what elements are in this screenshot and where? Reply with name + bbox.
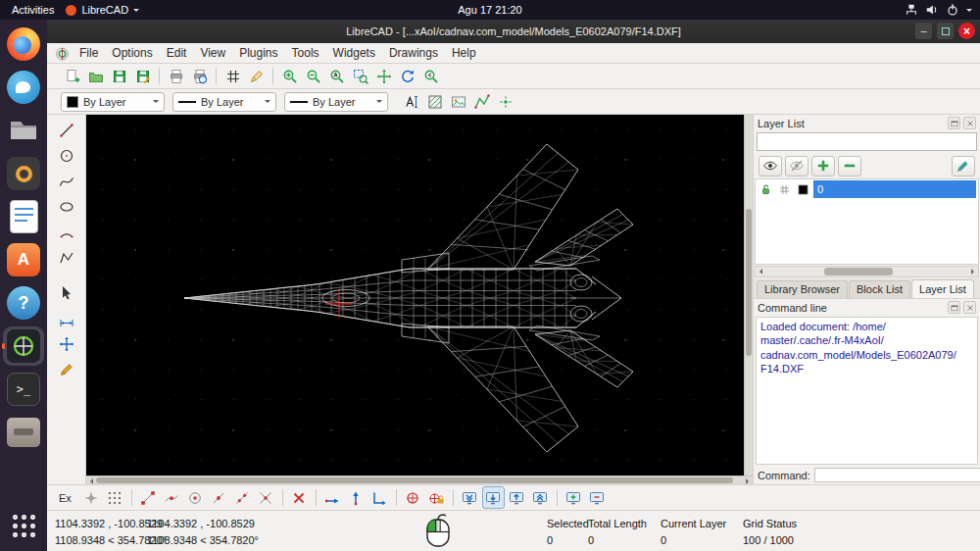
circle-tool-button[interactable] [55, 144, 77, 167]
window-tit​lebar[interactable]: LibreCAD - [...xAoI/cadnav.com_model/Mod… [47, 20, 980, 43]
snap-endpoint-button[interactable] [137, 486, 160, 509]
print-preview-button[interactable] [188, 65, 211, 87]
layer-list-scrollbar[interactable] [755, 266, 979, 277]
remove-layer-button[interactable] [838, 156, 861, 176]
image-tool-button[interactable] [447, 90, 469, 113]
add-layer-button[interactable] [811, 156, 835, 176]
grid-toggle-button[interactable] [221, 65, 244, 87]
tab-library-browser[interactable]: Library Browser [757, 280, 848, 298]
zoom-window-button[interactable] [349, 65, 371, 87]
show-all-layers-button[interactable] [759, 156, 782, 176]
save-as-button[interactable] [131, 65, 154, 87]
snap-grid-button[interactable] [104, 486, 126, 509]
hide-all-layers-button[interactable] [785, 156, 808, 176]
canvas-vertical-scrollbar[interactable] [744, 115, 753, 476]
select-window-button[interactable] [563, 486, 585, 509]
lock-relative-zero-button[interactable] [425, 486, 448, 509]
draw-order-lower-button[interactable] [482, 486, 505, 509]
move-tool-button[interactable] [55, 332, 77, 355]
draw-order-raise-button[interactable] [506, 486, 528, 509]
draft-mode-button[interactable] [245, 65, 268, 87]
minimize-button[interactable]: – [915, 23, 932, 39]
spline-tool-button[interactable] [55, 170, 77, 192]
scroll-right-arrow-icon[interactable] [746, 478, 752, 484]
draw-order-bottom-button[interactable] [459, 486, 481, 509]
files-dock-icon[interactable] [3, 111, 44, 150]
zoom-redraw-button[interactable] [396, 65, 418, 87]
zoom-previous-button[interactable] [419, 65, 442, 87]
restrict-horizontal-button[interactable] [321, 486, 344, 509]
pen-width-dropdown[interactable]: By Layer [172, 92, 276, 112]
zoom-pan-button[interactable] [372, 65, 395, 87]
menu-edit[interactable]: Edit [160, 44, 194, 62]
snap-middle-button[interactable] [208, 486, 230, 509]
focused-app-menu[interactable]: LibreCAD [66, 4, 139, 16]
tab-layer-list[interactable]: Layer List [911, 279, 974, 298]
command-input[interactable] [814, 468, 980, 482]
snap-distance-button[interactable] [231, 486, 254, 509]
command-line-close-button[interactable] [963, 301, 976, 314]
save-button[interactable] [108, 65, 130, 87]
scroll-left-arrow-icon[interactable] [757, 269, 762, 275]
horizontal-scroll-thumb[interactable] [96, 477, 733, 483]
pen-tool-button[interactable] [55, 358, 77, 380]
text-tool-button[interactable] [400, 90, 422, 113]
relative-zero-button[interactable] [402, 486, 424, 509]
select-tool-button[interactable] [55, 281, 77, 304]
archive-manager-dock-icon[interactable] [3, 413, 44, 452]
deselect-window-button[interactable] [586, 486, 609, 509]
draw-order-top-button[interactable] [529, 486, 552, 509]
folder-open-button[interactable] [84, 65, 107, 87]
menu-widgets[interactable]: Widgets [326, 44, 382, 62]
media-player-dock-icon[interactable] [3, 154, 44, 193]
librecad-dock-icon[interactable] [3, 326, 44, 366]
print-button[interactable] [165, 65, 187, 87]
snap-clear-button[interactable] [288, 486, 311, 509]
menu-options[interactable]: Options [105, 44, 159, 62]
menu-help[interactable]: Help [445, 44, 483, 62]
firefox-dock-icon[interactable] [3, 25, 44, 64]
help-dock-icon[interactable]: ? [3, 283, 44, 323]
polyline2-tool-button[interactable] [55, 246, 77, 269]
layer-list-float-button[interactable] [948, 117, 960, 129]
layer-name[interactable]: 0 [813, 180, 976, 198]
arc-tool-button[interactable] [55, 221, 77, 243]
restrict-orthogonal-button[interactable] [368, 486, 391, 509]
menu-view[interactable]: View [193, 44, 232, 62]
software-center-dock-icon[interactable]: A [3, 240, 44, 279]
scroll-left-arrow-icon[interactable] [87, 478, 93, 484]
snap-intersection-button[interactable] [255, 486, 277, 509]
pen-color-dropdown[interactable]: By Layer [61, 92, 165, 112]
show-applications-dock-icon[interactable] [3, 506, 44, 545]
menu-file[interactable]: File [73, 44, 105, 62]
activities-button[interactable]: Activities [0, 4, 66, 16]
polyline-tool-button[interactable] [470, 90, 493, 113]
clock[interactable]: Agu 17 21:20 [0, 4, 980, 16]
tab-block-list[interactable]: Block List [849, 280, 910, 298]
drawing-canvas[interactable] [86, 115, 744, 476]
scroll-right-arrow-icon[interactable] [971, 269, 977, 275]
layer-list-close-button[interactable] [963, 117, 976, 129]
layer-construction-icon[interactable] [776, 183, 793, 196]
close-button[interactable]: × [958, 23, 975, 39]
command-line-float-button[interactable] [948, 301, 960, 314]
menu-tools[interactable]: Tools [285, 44, 326, 62]
maximize-button[interactable] [937, 23, 954, 39]
text-editor-dock-icon[interactable] [3, 197, 44, 236]
snap-on-entity-button[interactable] [161, 486, 183, 509]
ellipse-tool-button[interactable] [55, 195, 77, 218]
line-tool-button[interactable] [55, 119, 77, 141]
pen-linetype-dropdown[interactable]: By Layer [284, 92, 388, 112]
menu-drawings[interactable]: Drawings [382, 44, 445, 62]
chat-dock-icon[interactable] [3, 68, 44, 107]
zoom-auto-button[interactable] [325, 65, 348, 87]
point-tool-button[interactable] [494, 90, 516, 113]
layer-filter-input[interactable] [757, 132, 977, 151]
system-indicators[interactable] [905, 0, 972, 20]
terminal-dock-icon[interactable]: >_ [3, 370, 44, 409]
dimension-tool-button[interactable] [55, 307, 77, 329]
restrict-vertical-button[interactable] [345, 486, 368, 509]
snap-center-button[interactable] [184, 486, 207, 509]
layer-lock-icon[interactable] [758, 183, 774, 196]
vertical-scroll-thumb[interactable] [746, 209, 752, 356]
